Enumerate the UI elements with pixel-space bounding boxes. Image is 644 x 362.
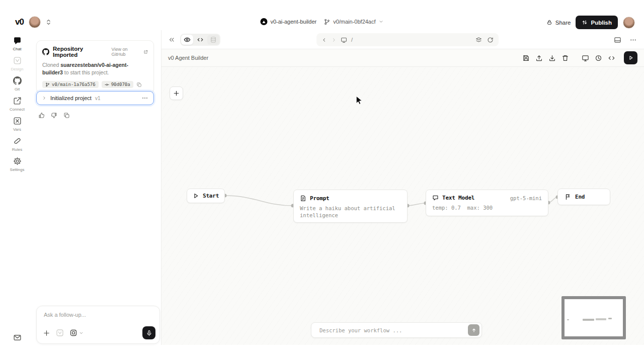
minimap[interactable]: [561, 296, 626, 339]
followup-input[interactable]: [43, 311, 150, 318]
project-chip[interactable]: v0-ai-agent-builder: [260, 18, 316, 25]
plus-icon[interactable]: [43, 329, 50, 337]
builder-header: v0 Agent Builder: [162, 49, 644, 67]
rail-item-chat[interactable]: Chat: [2, 36, 32, 51]
download-icon[interactable]: [548, 54, 556, 62]
document-icon: [300, 195, 306, 202]
thumbs-up-icon[interactable]: [38, 112, 45, 119]
history-clock-icon[interactable]: [595, 54, 602, 62]
mic-button[interactable]: [142, 326, 155, 339]
node-header: Prompt: [300, 195, 401, 202]
screen-share-icon[interactable]: [341, 37, 347, 43]
more-horizontal-icon[interactable]: [629, 36, 637, 44]
more-horizontal-icon[interactable]: [141, 95, 148, 102]
workspace-avatar[interactable]: [29, 16, 41, 28]
repo-body-prefix: Cloned: [42, 62, 60, 68]
node-end[interactable]: End: [557, 189, 610, 205]
view-on-github-label: View on GitHub: [112, 47, 142, 57]
preview-url-bar[interactable]: /: [316, 33, 499, 46]
composer-actions: [43, 326, 155, 339]
back-icon[interactable]: [321, 37, 327, 43]
rail-item-git[interactable]: Git: [2, 76, 32, 92]
vars-icon: [13, 117, 22, 125]
minimap-node-end: [608, 318, 612, 319]
node-start[interactable]: Start: [187, 189, 225, 203]
refresh-icon[interactable]: [487, 37, 494, 43]
repo-card-title: Repository Imported: [53, 46, 108, 58]
mouse-cursor: [356, 96, 363, 106]
minimap-node-prompt: [583, 319, 594, 321]
upload-icon[interactable]: [535, 54, 543, 62]
trash-icon[interactable]: [561, 54, 569, 62]
thumbs-down-icon[interactable]: [51, 112, 57, 119]
node-text-model[interactable]: Text Model gpt-5-mini temp: 0.7 max: 300: [426, 190, 548, 216]
mail-icon[interactable]: [0, 333, 34, 342]
forward-icon[interactable]: [331, 37, 337, 43]
version-row-initialized-project[interactable]: Initialized project v1: [36, 91, 154, 105]
commit-badge-label: 90d070a: [111, 82, 130, 87]
rail-item-vars[interactable]: Vars: [2, 117, 32, 132]
browser-window-icon[interactable]: [614, 36, 621, 44]
project-dot-icon: [260, 18, 267, 25]
monitor-icon[interactable]: [582, 54, 589, 62]
v0-icon[interactable]: [56, 329, 64, 337]
github-icon: [42, 48, 49, 55]
preview-toolbar: /: [162, 30, 644, 49]
git-commit-icon: [105, 82, 109, 87]
describe-workflow-input[interactable]: [318, 327, 468, 334]
collapse-panel-icon[interactable]: [168, 36, 175, 43]
view-mode-toggle: [180, 34, 220, 46]
eye-icon[interactable]: [181, 35, 193, 45]
chat-panel: Repository Imported View on GitHub Clone…: [34, 30, 161, 362]
data-icon[interactable]: [207, 35, 219, 45]
node-model-name: gpt-5-mini: [510, 195, 542, 201]
repo-card-header: Repository Imported View on GitHub: [42, 46, 148, 58]
external-link-icon: [143, 50, 148, 54]
message-feedback-row: [38, 112, 70, 119]
preview-panel: / v0 Agent: [161, 30, 644, 345]
model-selector[interactable]: [69, 329, 84, 337]
rail-label-rules: Rules: [12, 147, 22, 152]
share-button[interactable]: Share: [546, 19, 571, 26]
rail-item-rules[interactable]: Rules: [2, 137, 32, 152]
run-workflow-button[interactable]: [624, 51, 637, 64]
rail-label-settings: Settings: [10, 167, 25, 172]
chevron-right-icon[interactable]: [42, 96, 47, 101]
lock-icon: [546, 19, 552, 26]
commit-badge[interactable]: 90d070a: [102, 81, 133, 88]
rail-label-design: Design: [11, 67, 24, 71]
copy-icon[interactable]: [63, 112, 70, 119]
git-branch-icon: [45, 82, 50, 87]
branch-chip[interactable]: v0/main-0bf24acf: [324, 19, 383, 25]
save-icon[interactable]: [522, 54, 530, 62]
layers-icon[interactable]: [475, 37, 482, 43]
code-icon[interactable]: [194, 35, 206, 45]
repo-badges: v0/main-1a76a576 90d070a: [42, 81, 148, 88]
chat-bubble-icon: [432, 195, 439, 201]
url-path[interactable]: /: [351, 37, 353, 43]
chat-composer: [36, 306, 160, 344]
connect-icon: [13, 97, 22, 105]
builder-toolbar: [522, 51, 637, 64]
chevron-up-down-icon[interactable]: [46, 19, 51, 26]
version-tag: v1: [95, 96, 101, 101]
rail-item-connect[interactable]: Connect: [2, 97, 32, 112]
workflow-canvas[interactable]: Start Prompt Write a haiku about artific…: [162, 67, 644, 345]
rail-item-design[interactable]: Design: [2, 56, 32, 71]
copy-icon[interactable]: [136, 82, 142, 87]
branch-badge[interactable]: v0/main-1a76a576: [42, 81, 99, 88]
node-prompt[interactable]: Prompt Write a haiku about artificial in…: [293, 190, 408, 223]
code-icon[interactable]: [608, 54, 615, 62]
sidebar-rail: Chat Design Git Connect Vars: [0, 30, 34, 362]
publish-button[interactable]: Publish: [576, 16, 618, 29]
url-bar-actions: [475, 37, 494, 43]
view-on-github-link[interactable]: View on GitHub: [112, 47, 148, 57]
flag-icon: [565, 194, 571, 200]
github-icon: [13, 76, 22, 85]
rail-item-settings[interactable]: Settings: [2, 157, 32, 172]
publish-label: Publish: [591, 20, 612, 26]
rail-label-chat: Chat: [13, 47, 22, 51]
user-avatar[interactable]: [623, 17, 635, 29]
v0-logo[interactable]: v0: [15, 17, 24, 27]
send-button[interactable]: [468, 324, 479, 336]
